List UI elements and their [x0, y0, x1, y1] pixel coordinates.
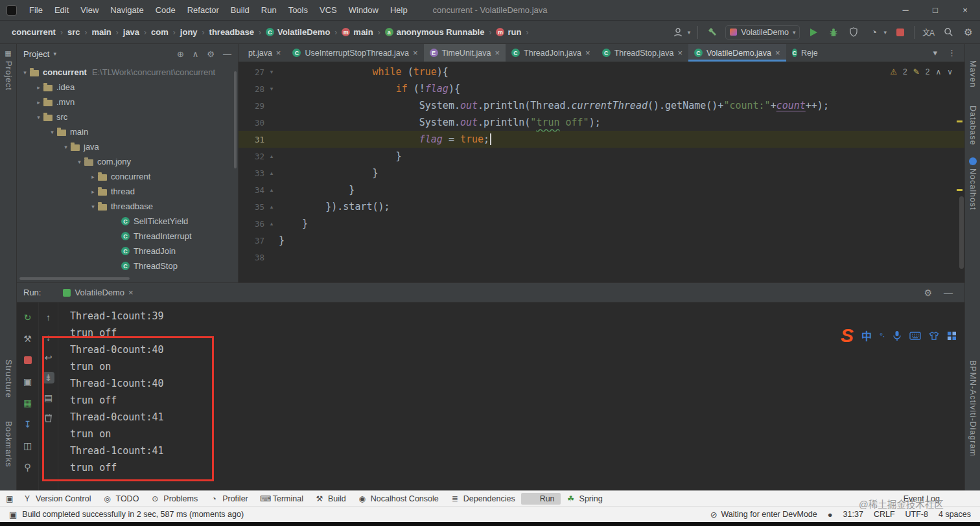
warning-stripe-mark[interactable] [957, 189, 962, 191]
tab-close-icon[interactable]: × [276, 48, 281, 58]
tree-expand-arrow[interactable]: ▾ [34, 114, 43, 120]
settings-gear-icon[interactable]: ⚙ [962, 26, 975, 39]
tree-row[interactable]: SellTicketYield [17, 214, 238, 229]
locate-file-icon[interactable]: ⊕ [177, 49, 184, 59]
menu-item[interactable]: File [23, 0, 49, 20]
toolwindow-button-structure[interactable]: Structure [4, 360, 13, 398]
line-ending-indicator[interactable]: CRLF [874, 510, 895, 519]
code-line[interactable]: 34▴ } [239, 181, 964, 198]
translate-icon[interactable]: 文A [922, 26, 935, 39]
tree-row[interactable]: ThreadInterrupt [17, 229, 238, 244]
tab-close-icon[interactable]: × [677, 48, 682, 58]
profiler-icon[interactable]: ◔ [867, 26, 880, 39]
breadcrumb-item[interactable]: java [123, 27, 139, 37]
toolwindow-button-nocalhost[interactable]: Nocalhost [968, 168, 977, 211]
pin-icon[interactable]: ⚲ [22, 461, 34, 473]
toolwindow-switcher-icon[interactable]: ▣ [5, 494, 14, 503]
project-toolwindow-icon[interactable]: ▦ [5, 49, 11, 58]
editor-tab[interactable]: TimeUnit.java × [424, 44, 506, 62]
tree-row[interactable]: ▸ concurrent [17, 169, 238, 184]
tree-expand-arrow[interactable]: ▸ [88, 189, 98, 195]
close-button[interactable]: × [950, 0, 980, 20]
hide-panel-icon[interactable]: — [223, 49, 231, 59]
settings-gear-icon[interactable]: ⚙ [207, 49, 215, 59]
codewithme-user-icon[interactable] [671, 26, 684, 39]
up-stack-icon[interactable]: ↑ [43, 312, 54, 323]
code-line[interactable]: 33▴ } [239, 165, 964, 181]
tree-expand-arrow[interactable]: ▾ [61, 144, 71, 150]
menu-item[interactable]: Help [384, 0, 414, 20]
project-scrollbar-vertical[interactable] [234, 71, 237, 168]
toolwindow-button-project[interactable]: Project [4, 61, 13, 91]
fold-marker[interactable]: ▴ [264, 153, 279, 159]
tree-row[interactable]: ▾ main [17, 124, 238, 139]
breadcrumb-item[interactable]: jony [180, 27, 198, 37]
next-problem-icon[interactable]: ∨ [947, 67, 953, 76]
skin-icon[interactable] [929, 331, 939, 341]
restore-layout-icon[interactable]: ◫ [22, 440, 34, 452]
warning-stripe-mark[interactable] [957, 120, 962, 122]
breadcrumb-item[interactable]: VolatileDemo [266, 27, 330, 37]
editor-tab[interactable]: VolatileDemo.java × [688, 44, 786, 62]
devmode-status[interactable]: Waiting for enter DevMode [721, 510, 817, 519]
code-line[interactable]: 38 [239, 249, 964, 266]
stop-button[interactable] [894, 26, 907, 39]
menu-item[interactable]: Window [343, 0, 384, 20]
breadcrumb-item[interactable]: src [67, 27, 80, 37]
inspections-widget[interactable]: ⚠2 ✎2 ∧ ∨ [890, 67, 953, 76]
breadcrumb-item[interactable]: run [496, 27, 521, 37]
coverage-icon[interactable]: ▦ [22, 397, 34, 409]
chevron-down-icon[interactable]: ▾ [688, 29, 691, 36]
build-hammer-icon[interactable] [705, 26, 718, 39]
code-line[interactable]: 31 flag = true; [239, 131, 964, 148]
edit-configuration-wrench-icon[interactable]: ⚒ [22, 333, 34, 345]
toolwindow-button[interactable]: Dependencies [445, 493, 521, 505]
menu-item[interactable]: Refactor [181, 0, 225, 20]
tab-close-icon[interactable]: × [128, 288, 134, 297]
stop-icon[interactable] [22, 354, 34, 366]
app-icon[interactable] [6, 5, 17, 16]
toolwindow-button[interactable]: Terminal [254, 493, 309, 505]
project-panel-title[interactable]: Project [23, 49, 49, 59]
toolwindow-button-bookmarks[interactable]: Bookmarks [4, 421, 13, 468]
tree-row[interactable]: ▾ java [17, 139, 238, 154]
menu-item[interactable]: Tools [283, 0, 314, 20]
tree-expand-arrow[interactable]: ▾ [88, 203, 98, 210]
import-icon[interactable]: ↧ [22, 418, 34, 430]
chinese-mode-icon[interactable]: 中 [861, 328, 872, 343]
tree-row[interactable]: ▾ com.jony [17, 154, 238, 169]
debug-bug-icon[interactable] [827, 26, 840, 39]
nocalhost-toolwindow-icon[interactable] [969, 157, 977, 165]
tree-expand-arrow[interactable]: ▾ [20, 69, 30, 76]
chevron-down-icon[interactable]: ▾ [53, 51, 56, 57]
search-icon[interactable] [942, 26, 955, 39]
fold-marker[interactable]: ▴ [264, 187, 279, 193]
toolwindow-button[interactable]: Spring [561, 493, 609, 505]
code-line[interactable]: 27▾ while (true){ [239, 63, 964, 80]
toolwindow-button[interactable]: Profiler [204, 493, 254, 505]
toolwindow-button[interactable]: Version Control [17, 493, 97, 505]
fold-marker[interactable]: ▴ [264, 220, 279, 227]
tree-expand-arrow[interactable]: ▾ [75, 159, 84, 165]
tree-row[interactable]: ▾ threadbase [17, 199, 238, 214]
fold-marker[interactable]: ▾ [264, 86, 279, 92]
breadcrumb-item[interactable]: threadbase [209, 27, 254, 37]
toolwindow-button-database[interactable]: Database [968, 106, 977, 146]
run-tab[interactable]: VolatileDemo × [58, 283, 138, 303]
tabs-menu-icon[interactable]: ⋮ [943, 48, 961, 58]
hide-panel-icon[interactable]: — [944, 288, 953, 298]
editor-tab[interactable]: ThreadJoin.java × [506, 44, 596, 62]
breadcrumb-item[interactable]: main [91, 27, 111, 37]
code-line[interactable]: 36▴ } [239, 215, 964, 232]
toolwindow-button-bpmn[interactable]: BPMN-Activiti-Diagram [968, 360, 977, 457]
tree-row[interactable]: ▾ concurrent E:\TLWork\concurrent\concur… [17, 65, 238, 80]
tab-close-icon[interactable]: × [585, 48, 590, 58]
fold-marker[interactable]: ▾ [264, 69, 279, 75]
toolwindow-button[interactable]: Build [309, 493, 352, 505]
toolwindow-button-maven[interactable]: Maven [968, 60, 977, 88]
nocalhost-status-icon[interactable]: ● [828, 510, 833, 520]
coverage-icon[interactable] [847, 26, 860, 39]
encoding-indicator[interactable]: UTF-8 [905, 510, 928, 519]
toolwindow-button[interactable]: Run [521, 493, 561, 505]
tree-row[interactable]: ThreadJoin [17, 244, 238, 258]
